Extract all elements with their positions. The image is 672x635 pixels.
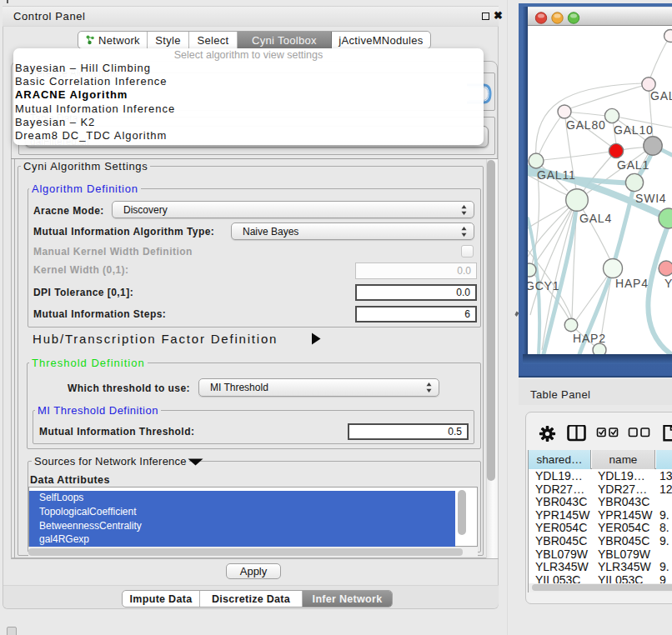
- svg-text:HAP2: HAP2: [573, 332, 606, 345]
- svg-text:GAL10: GAL10: [614, 123, 654, 137]
- svg-text:GAL1: GAL1: [617, 158, 649, 172]
- svg-text:GAL7: GAL7: [650, 89, 672, 102]
- svg-text:HAP4: HAP4: [615, 277, 649, 290]
- svg-text:SWI4: SWI4: [635, 192, 666, 205]
- svg-text:GAL4: GAL4: [579, 212, 612, 225]
- svg-text:YMR: YMR: [664, 277, 672, 290]
- svg-text:GAL11: GAL11: [537, 168, 576, 182]
- svg-text:GCY1: GCY1: [528, 279, 559, 292]
- svg-text:GAL80: GAL80: [566, 118, 606, 132]
